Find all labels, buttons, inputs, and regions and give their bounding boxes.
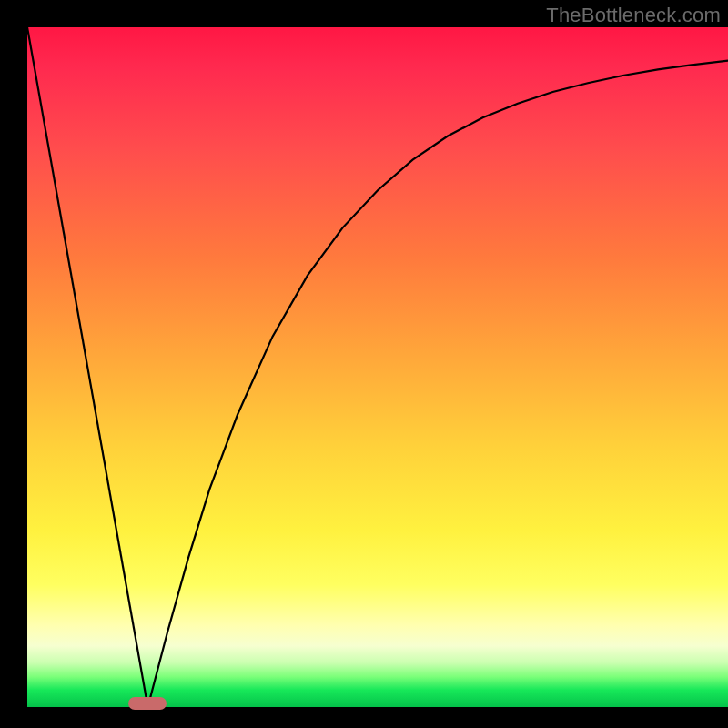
right-curve-path xyxy=(147,61,728,707)
optimum-marker xyxy=(128,697,167,710)
plot-area xyxy=(27,27,728,707)
watermark-text: TheBottleneck.com xyxy=(546,4,721,27)
curves-svg xyxy=(27,27,728,707)
left-line-path xyxy=(27,27,147,707)
chart-frame: TheBottleneck.com xyxy=(0,0,728,728)
